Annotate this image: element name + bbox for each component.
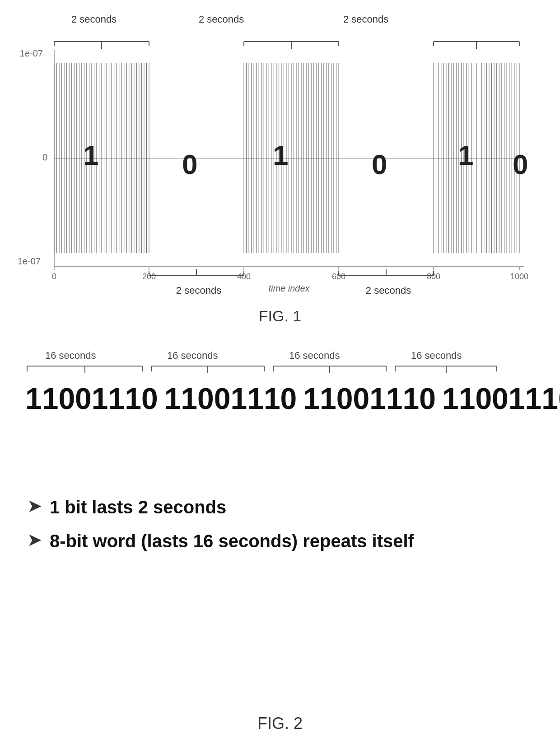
svg-text:16 seconds: 16 seconds	[45, 350, 96, 361]
bullet-arrow-2: ➤	[27, 529, 42, 550]
binary-word-2: 11001110	[164, 381, 297, 416]
binary-word-1: 11001110	[25, 381, 158, 416]
bit-label-1-second: 1	[273, 139, 288, 171]
binary-word-3: 11001110	[303, 381, 436, 416]
fig2-brackets-svg: 16 seconds 16 seconds 16 seconds 16 seco…	[18, 343, 542, 380]
fig1-diagram: 2 seconds 2 seconds 2 seconds 1e-07 0 -1…	[18, 9, 542, 316]
bullet-text-2: 8-bit word (lasts 16 seconds) repeats it…	[50, 531, 414, 551]
svg-text:1000: 1000	[510, 272, 528, 281]
bit-label-0-third: 0	[513, 148, 528, 180]
binary-word-4: 11001110	[442, 381, 560, 416]
bullet-item-2: ➤ 8-bit word (lasts 16 seconds) repeats …	[27, 531, 533, 551]
svg-text:0: 0	[42, 152, 47, 162]
fig2-container: 16 seconds 16 seconds 16 seconds 16 seco…	[18, 343, 542, 416]
fig1-caption: FIG. 1	[18, 307, 542, 325]
binary-words-row: 11001110 11001110 11001110 11001110 ···	[18, 381, 542, 416]
svg-text:16 seconds: 16 seconds	[289, 350, 340, 361]
bullets-container: ➤ 1 bit lasts 2 seconds ➤ 8-bit word (la…	[27, 497, 533, 565]
svg-text:16 seconds: 16 seconds	[167, 350, 218, 361]
bottom-bracket-label-1: 2 seconds	[158, 285, 239, 296]
bit-label-0-first: 0	[182, 148, 197, 180]
svg-text:16 seconds: 16 seconds	[411, 350, 462, 361]
svg-text:-1e-07: -1e-07	[18, 256, 41, 266]
bullet-text-1: 1 bit lasts 2 seconds	[50, 497, 226, 517]
svg-text:1e-07: 1e-07	[20, 48, 43, 58]
bottom-bracket-label-2: 2 seconds	[348, 285, 429, 296]
bullet-item-1: ➤ 1 bit lasts 2 seconds	[27, 497, 533, 517]
fig2-caption: FIG. 2	[0, 714, 560, 733]
bit-label-0-second: 0	[372, 148, 387, 180]
svg-text:0: 0	[52, 272, 56, 281]
svg-text:time index: time index	[268, 283, 310, 293]
bit-label-1-third: 1	[458, 139, 473, 171]
bullet-arrow-1: ➤	[27, 495, 42, 516]
bit-label-1-first: 1	[83, 139, 98, 171]
